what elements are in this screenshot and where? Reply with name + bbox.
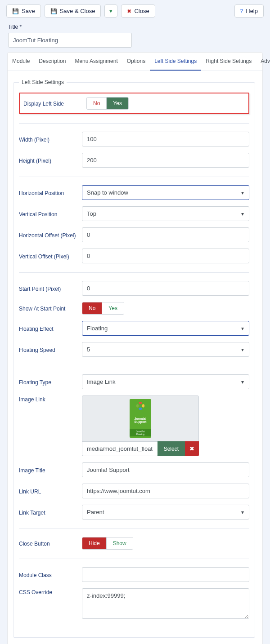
tab-options[interactable]: Options <box>122 53 150 71</box>
close-label: Close <box>134 8 149 14</box>
display-left-yes[interactable]: Yes <box>106 98 128 109</box>
image-select-button[interactable]: Select <box>158 441 185 456</box>
tab-left-side-settings[interactable]: Left Side Settings <box>150 53 201 71</box>
css-over-label: CSS Override <box>19 588 82 595</box>
link-url-input[interactable] <box>82 484 249 498</box>
hpos-select[interactable] <box>82 185 249 200</box>
save-close-button[interactable]: 💾 Save & Close <box>45 4 101 18</box>
save-label: Save <box>22 8 35 14</box>
voff-label: Vertical Offset (Pixel) <box>19 253 82 260</box>
help-button[interactable]: ? Help <box>234 4 264 18</box>
display-left-side-highlight: Display Left Side No Yes <box>19 93 249 114</box>
show-start-label: Show At Start Point <box>19 305 82 312</box>
vpos-label: Vertical Position <box>19 210 82 218</box>
link-url-label: Link URL <box>19 488 82 495</box>
width-label: Width (Pixel) <box>19 136 82 143</box>
hpos-label: Horizontal Position <box>19 189 82 196</box>
feffect-select[interactable] <box>82 321 249 336</box>
save-dropdown-button[interactable]: ▾ <box>104 4 117 18</box>
tab-right-side-settings[interactable]: Right Side Settings <box>201 53 256 71</box>
tabs: Module Description Menu Assignment Optio… <box>8 53 262 71</box>
vpos-select[interactable] <box>82 206 249 221</box>
left-side-settings-group: Left Side Settings Display Left Side No … <box>13 79 255 638</box>
tab-module[interactable]: Module <box>8 53 34 71</box>
tab-menu-assignment[interactable]: Menu Assignment <box>70 53 122 71</box>
mod-class-label: Module Class <box>19 571 82 578</box>
close-icon: ✖ <box>127 9 131 14</box>
divider <box>19 177 249 177</box>
thumb-band2: Floating <box>130 433 151 435</box>
divider <box>19 123 249 124</box>
title-input[interactable] <box>8 33 132 48</box>
display-left-toggle[interactable]: No Yes <box>86 97 129 110</box>
close-btn-show[interactable]: Show <box>106 537 133 549</box>
show-start-yes[interactable]: Yes <box>102 302 124 314</box>
start-input[interactable] <box>82 281 249 296</box>
link-target-select[interactable] <box>82 505 249 520</box>
divider <box>19 366 249 366</box>
link-target-label: Link Target <box>19 509 82 516</box>
save-icon: 💾 <box>12 9 19 14</box>
hoff-input[interactable] <box>82 227 249 242</box>
width-input[interactable] <box>82 132 249 147</box>
image-path-input[interactable] <box>82 441 158 456</box>
img-title-input[interactable] <box>82 462 249 477</box>
divider <box>19 529 249 529</box>
css-over-textarea[interactable]: z-index:99999; <box>82 588 249 619</box>
close-btn-hide[interactable]: Hide <box>82 537 106 549</box>
image-clear-button[interactable]: ✖ <box>185 441 199 456</box>
thumb-line2: Support <box>135 420 147 423</box>
chevron-down-icon: ▾ <box>109 8 112 14</box>
ftype-label: Floating Type <box>19 378 82 386</box>
show-start-no[interactable]: No <box>82 302 102 314</box>
fspeed-select[interactable] <box>82 342 249 357</box>
tab-advanced[interactable]: Advanced <box>256 53 270 71</box>
close-btn-toggle[interactable]: Hide Show <box>82 537 133 550</box>
display-left-label: Display Left Side <box>23 100 86 107</box>
height-label: Height (Pixel) <box>19 157 82 164</box>
voff-input[interactable] <box>82 249 249 263</box>
close-btn-label: Close Button <box>19 540 82 547</box>
save-close-label: Save & Close <box>60 8 95 14</box>
hoff-label: Horizontal Offset (Pixel) <box>19 231 82 239</box>
group-legend: Left Side Settings <box>19 79 67 85</box>
image-preview: Joomla! Support JoomTut Floating <box>82 395 199 441</box>
save-button[interactable]: 💾 Save <box>6 4 41 18</box>
fspeed-label: Floating Speed <box>19 346 82 353</box>
toolbar: 💾 Save 💾 Save & Close ▾ ✖ Close ? Help <box>0 0 270 22</box>
height-input[interactable] <box>82 153 249 168</box>
joomla-icon <box>135 401 145 411</box>
img-title-label: Image Title <box>19 466 82 474</box>
save-close-icon: 💾 <box>50 9 57 14</box>
help-icon: ? <box>240 9 243 14</box>
display-left-no[interactable]: No <box>87 98 106 109</box>
feffect-label: Floating Effect <box>19 325 82 332</box>
image-thumb: Joomla! Support JoomTut Floating <box>130 399 151 438</box>
mod-class-input[interactable] <box>82 567 249 582</box>
tab-description[interactable]: Description <box>34 53 70 71</box>
thumb-line1: Joomla! <box>135 417 147 420</box>
close-icon: ✖ <box>189 445 194 452</box>
help-label: Help <box>246 8 258 14</box>
ftype-select[interactable] <box>82 374 249 389</box>
divider <box>19 559 249 559</box>
close-button[interactable]: ✖ Close <box>121 4 155 18</box>
title-label: Title * <box>8 24 262 30</box>
img-link-label: Image Link <box>19 395 82 403</box>
divider <box>19 272 249 273</box>
start-label: Start Point (Pixel) <box>19 285 82 292</box>
show-start-toggle[interactable]: No Yes <box>82 302 124 315</box>
